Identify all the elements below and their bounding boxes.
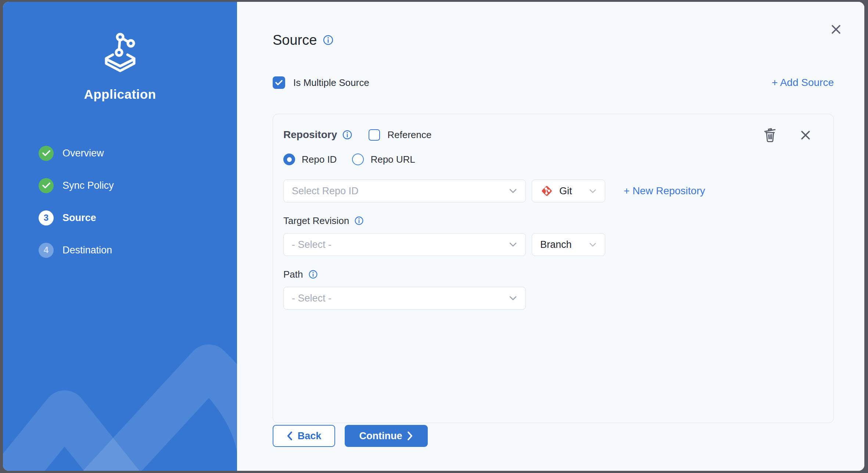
step-overview[interactable]: Overview [39, 137, 237, 169]
path-placeholder: - Select - [292, 293, 331, 304]
repo-id-select[interactable]: Select Repo ID [283, 180, 526, 202]
info-icon[interactable] [308, 270, 318, 279]
check-icon [42, 150, 50, 156]
step-done-badge [39, 146, 54, 161]
target-revision-row: - Select - Branch [283, 233, 819, 256]
target-revision-label: Target Revision [283, 215, 349, 227]
path-label-row: Path [283, 268, 819, 280]
step-number-badge: 4 [39, 243, 54, 258]
repo-select-row: Select Repo ID [283, 180, 819, 202]
chevron-down-icon [589, 188, 597, 194]
chevron-down-icon [509, 188, 517, 194]
chevron-right-icon [407, 431, 413, 441]
close-icon [831, 24, 842, 35]
page-title: Source [273, 32, 317, 48]
remove-source-button[interactable] [800, 130, 811, 140]
check-icon [42, 182, 50, 189]
continue-button[interactable]: Continue [345, 425, 428, 447]
repo-mode-radio-group: Repo ID Repo URL [283, 153, 819, 166]
revision-type-select[interactable]: Branch [532, 233, 605, 256]
close-icon [800, 130, 811, 140]
modal-close-button[interactable] [830, 23, 842, 36]
info-icon[interactable] [323, 35, 334, 46]
path-select[interactable]: - Select - [283, 287, 526, 310]
step-destination[interactable]: 4 Destination [39, 234, 237, 266]
application-box-icon [98, 30, 142, 75]
back-button-label: Back [298, 430, 322, 442]
step-sync-policy[interactable]: Sync Policy [39, 169, 237, 202]
brand-watermark [3, 295, 237, 471]
repo-id-label: Repo ID [302, 154, 337, 165]
wizard-title: Application [3, 87, 237, 102]
application-wizard-modal: Application Overview Sync Policy [3, 2, 864, 471]
repo-type-value: Git [559, 185, 572, 197]
title-row: Source [273, 31, 834, 49]
is-multiple-source-checkbox[interactable] [273, 76, 285, 89]
repo-id-radio[interactable] [283, 154, 295, 165]
reference-label: Reference [387, 129, 431, 141]
delete-source-button[interactable] [763, 127, 778, 143]
add-source-link[interactable]: + Add Source [772, 77, 834, 89]
step-label: Overview [62, 148, 104, 159]
repo-url-radio[interactable] [352, 154, 364, 165]
step-label: Sync Policy [62, 180, 114, 191]
trash-icon [763, 127, 778, 143]
repo-type-select[interactable]: Git [532, 180, 605, 202]
info-icon[interactable] [342, 130, 352, 140]
target-revision-select[interactable]: - Select - [283, 233, 526, 256]
continue-button-label: Continue [359, 430, 402, 442]
wizard-footer: Back Continue [273, 425, 834, 447]
card-actions [763, 127, 811, 143]
step-label: Destination [62, 245, 112, 256]
step-number-badge: 3 [39, 210, 54, 225]
step-label: Source [62, 212, 96, 224]
check-icon [275, 80, 283, 86]
new-repository-link[interactable]: + New Repository [624, 185, 705, 197]
info-icon[interactable] [354, 216, 364, 225]
back-button[interactable]: Back [273, 425, 335, 447]
chevron-down-icon [509, 295, 517, 301]
is-multiple-source-label: Is Multiple Source [293, 77, 369, 89]
repository-label: Repository [283, 129, 337, 141]
path-row: - Select - [283, 287, 819, 310]
git-icon [540, 184, 553, 198]
step-done-badge [39, 178, 54, 193]
repo-id-placeholder: Select Repo ID [292, 185, 359, 197]
chevron-down-icon [509, 242, 517, 248]
reference-checkbox[interactable] [369, 129, 380, 141]
step-source[interactable]: 3 Source [39, 202, 237, 234]
card-header: Repository Reference [283, 127, 819, 142]
chevron-left-icon [287, 431, 293, 441]
chevron-down-icon [589, 242, 597, 248]
target-revision-placeholder: - Select - [292, 239, 331, 250]
repo-url-label: Repo URL [370, 154, 415, 165]
reference-option: Reference [369, 129, 431, 141]
radio-dot [287, 157, 292, 162]
target-revision-label-row: Target Revision [283, 215, 819, 227]
wizard-steps: Overview Sync Policy 3 Source 4 Destinat… [3, 137, 237, 266]
revision-type-value: Branch [540, 239, 572, 250]
multiple-source-row: Is Multiple Source + Add Source [273, 75, 834, 90]
sidebar-header: Application [3, 30, 237, 102]
wizard-sidebar: Application Overview Sync Policy [3, 2, 237, 471]
repository-source-card: Repository Reference Repo ID Repo URL [273, 114, 834, 423]
source-panel: Source Is Multiple Source + Add Source [237, 2, 864, 471]
path-label: Path [283, 269, 303, 280]
